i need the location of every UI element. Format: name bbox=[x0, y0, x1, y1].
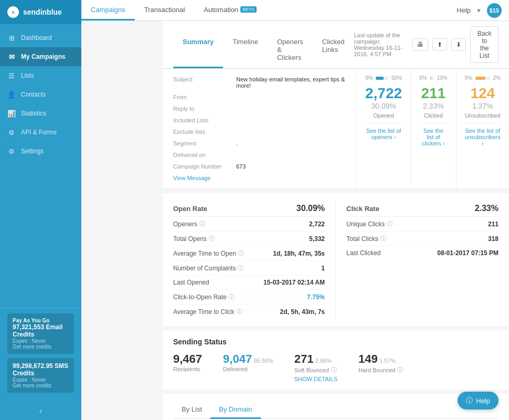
tab-by-domain[interactable]: By Domain bbox=[210, 401, 261, 419]
total-clicks-info-icon[interactable]: ⓘ bbox=[380, 235, 386, 243]
domain-tabs: By List By Domain bbox=[173, 401, 499, 419]
hard-bounced-value: 149 bbox=[358, 352, 378, 365]
sidebar-item-label: Contacts bbox=[21, 91, 46, 98]
logo-icon: s bbox=[7, 6, 19, 18]
campaign-number-value: 673 bbox=[236, 163, 246, 170]
delivered-percent: 95.56% bbox=[253, 358, 273, 364]
campaign-number-row: Campaign Number 673 bbox=[173, 163, 346, 170]
hard-bounced-label: Hard Bounced bbox=[358, 367, 395, 373]
logo[interactable]: s sendinblue bbox=[0, 0, 81, 24]
sms-credits-amount: 99,298,672.95 SMS Credits bbox=[13, 362, 69, 377]
subject-row: Subject New holiday email templates, exp… bbox=[173, 76, 346, 89]
metrics-right: Click Rate 2.33% Unique Clicks ⓘ 211 Tot… bbox=[336, 201, 499, 319]
avg-time-open-info-icon[interactable]: ⓘ bbox=[238, 249, 244, 257]
opened-progress-wrap: 0% 50% bbox=[365, 75, 402, 81]
help-float-button[interactable]: ⓘ Help bbox=[458, 392, 499, 410]
beta-badge: BETA bbox=[240, 6, 257, 13]
nav-transactional[interactable]: Transactional bbox=[135, 0, 195, 20]
metrics-section: Open Rate 30.09% Openers ⓘ 2,722 Total O… bbox=[163, 193, 509, 326]
sidebar-item-lists[interactable]: ☰ Lists bbox=[0, 66, 81, 85]
recipients-value: 9,467 bbox=[173, 352, 202, 366]
open-rate-row: Open Rate 30.09% bbox=[173, 201, 325, 217]
avg-time-open-row: Average Time to Open ⓘ 1d, 18h, 47m, 35s bbox=[173, 246, 325, 261]
from-row: From bbox=[173, 94, 346, 100]
sidebar-item-campaigns[interactable]: ✉ My Campaigns bbox=[0, 47, 81, 66]
reply-to-label: Reply to bbox=[173, 106, 236, 112]
unsubscribed-label: Unsubscribed bbox=[465, 112, 501, 119]
cto-rate-info-icon[interactable]: ⓘ bbox=[229, 293, 235, 301]
sidebar-item-dashboard[interactable]: ⊞ Dashboard bbox=[0, 28, 81, 47]
sidebar-item-settings[interactable]: ⚙ Settings bbox=[0, 142, 81, 161]
unsubscribed-stat-number: 124 1.37% bbox=[465, 85, 501, 110]
sidebar-item-label: My Campaigns bbox=[21, 53, 66, 60]
openers-label: Openers ⓘ bbox=[173, 220, 205, 228]
campaign-info-left: Subject New holiday email templates, exp… bbox=[163, 69, 357, 188]
included-lists-label: Included Lists bbox=[173, 117, 236, 123]
see-clickers-link[interactable]: See the list of clickers › bbox=[419, 123, 447, 146]
total-opens-info-icon[interactable]: ⓘ bbox=[209, 235, 215, 243]
included-lists-row: Included Lists bbox=[173, 117, 346, 123]
last-clicked-label: Last Clicked bbox=[346, 249, 380, 257]
clicked-progress-wrap: 0% 10% bbox=[419, 75, 447, 81]
segment-value: . bbox=[236, 140, 238, 146]
tab-by-list[interactable]: By List bbox=[173, 401, 210, 419]
lists-icon: ☰ bbox=[7, 71, 16, 80]
email-credits-get-more[interactable]: Get more credits bbox=[13, 344, 69, 350]
sidebar-credits: Pay As You Go 97,321,553 Email Credits E… bbox=[0, 308, 81, 402]
view-message-link[interactable]: View Message bbox=[173, 175, 346, 181]
delivered-on-label: Delivered on bbox=[173, 152, 236, 158]
last-opened-row: Last Opened 15-03-2017 02:14 AM bbox=[173, 276, 325, 290]
sidebar-item-contacts[interactable]: 👤 Contacts bbox=[0, 85, 81, 104]
help-link[interactable]: Help bbox=[457, 6, 471, 14]
hard-bounced-info-icon[interactable]: ⓘ bbox=[397, 366, 403, 374]
soft-bounced-info-icon[interactable]: ⓘ bbox=[331, 366, 337, 374]
sidebar-item-label: Statistics bbox=[21, 110, 46, 117]
openers-info-icon[interactable]: ⓘ bbox=[199, 220, 205, 228]
soft-bounced-value: 271 bbox=[294, 352, 314, 365]
sidebar-item-statistics[interactable]: 📊 Statistics bbox=[0, 104, 81, 123]
email-credits-expire: Expire : Never bbox=[13, 338, 69, 344]
nav-automation[interactable]: Automation BETA bbox=[194, 0, 266, 20]
sms-credits-get-more[interactable]: Get more credits bbox=[13, 383, 69, 388]
exclude-lists-label: Exclude lists bbox=[173, 129, 236, 135]
total-opens-label: Total Opens ⓘ bbox=[173, 235, 215, 243]
sidebar-collapse-button[interactable]: ‹ bbox=[0, 402, 81, 420]
unique-clicks-info-icon[interactable]: ⓘ bbox=[387, 220, 393, 228]
sms-credits-expire: Expire : Never bbox=[13, 377, 69, 383]
back-to-list-button[interactable]: Back to the List bbox=[470, 26, 499, 63]
dashboard-icon: ⊞ bbox=[7, 34, 16, 42]
sidebar-nav: ⊞ Dashboard ✉ My Campaigns ☰ Lists 👤 Con… bbox=[0, 24, 81, 308]
complaints-label: Number of Complaints ⓘ bbox=[173, 264, 243, 272]
tab-timeline[interactable]: Timeline bbox=[223, 33, 268, 68]
delivered-value: 9,047 bbox=[223, 352, 252, 365]
print-button[interactable]: 🖶 bbox=[412, 38, 428, 51]
see-openers-link[interactable]: See the list of openers › bbox=[365, 123, 402, 140]
sending-stats: 9,467 Recipients 9,047 95.56% Delivered … bbox=[173, 352, 499, 382]
share-button[interactable]: ⬆ bbox=[432, 38, 447, 51]
show-details-link[interactable]: SHOW DETAILS bbox=[294, 376, 337, 382]
clicked-bar-right: 10% bbox=[437, 75, 448, 81]
delivered-on-row: Delivered on bbox=[173, 152, 346, 158]
openers-value: 2,722 bbox=[309, 220, 325, 228]
avg-time-click-info-icon[interactable]: ⓘ bbox=[237, 308, 242, 316]
see-unsubscribers-link[interactable]: See the list of unsubscribers › bbox=[465, 123, 501, 146]
total-opens-row: Total Opens ⓘ 5,332 bbox=[173, 232, 325, 246]
sms-credits-box: 99,298,672.95 SMS Credits Expire : Never… bbox=[7, 358, 74, 393]
nav-campaigns[interactable]: Campaigns bbox=[81, 0, 135, 20]
complaints-info-icon[interactable]: ⓘ bbox=[238, 264, 243, 272]
hard-bounced-stat: 149 1.57% Hard Bounced ⓘ bbox=[358, 352, 403, 382]
download-button[interactable]: ⬇ bbox=[451, 38, 466, 51]
total-opens-value: 5,332 bbox=[309, 235, 325, 243]
tab-summary[interactable]: Summary bbox=[173, 33, 223, 68]
sidebar-item-label: Lists bbox=[21, 72, 34, 79]
email-credits-amount: 97,321,553 Email Credits bbox=[13, 323, 69, 338]
domain-section: By List By Domain DOMAIN DELIVERED SOFT … bbox=[163, 394, 509, 420]
soft-bounced-stat: 271 2.86% Soft Bounced ⓘ SHOW DETAILS bbox=[294, 352, 337, 382]
last-clicked-value: 08-01-2017 07:15 PM bbox=[437, 249, 499, 257]
main-content: Summary Timeline Openers & Clickers Clic… bbox=[163, 21, 509, 420]
sidebar-item-api[interactable]: ⚙ API & Forms bbox=[0, 123, 81, 142]
clicked-progress-bar-inner bbox=[430, 77, 431, 80]
exclude-lists-row: Exclude lists bbox=[173, 129, 346, 135]
tab-openers-clickers[interactable]: Openers & Clickers bbox=[268, 33, 313, 68]
tab-clicked-links[interactable]: Clicked Links bbox=[313, 33, 354, 68]
